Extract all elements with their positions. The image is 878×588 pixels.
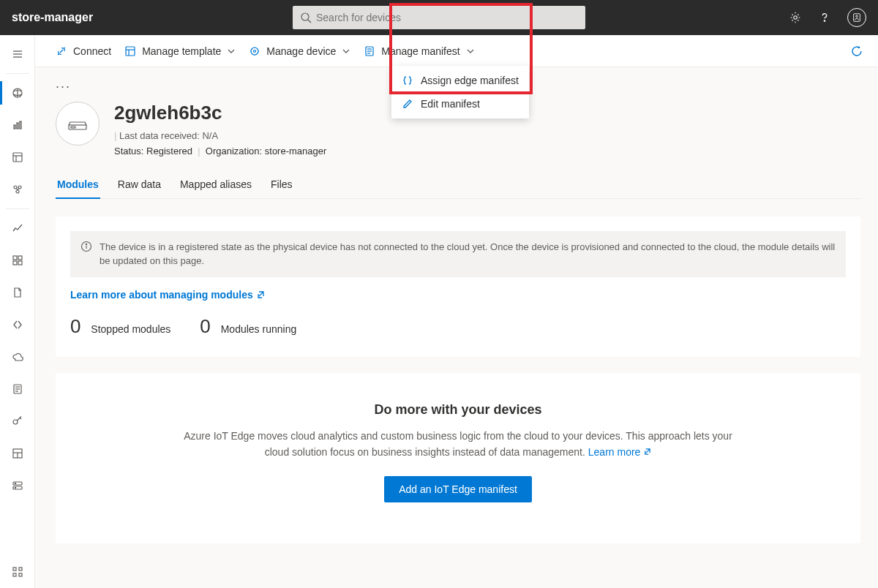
hamburger-icon[interactable] xyxy=(0,38,35,70)
svg-rect-37 xyxy=(13,568,16,570)
svg-point-2 xyxy=(794,16,798,20)
nav-devices-icon[interactable] xyxy=(0,77,35,109)
tab-files[interactable]: Files xyxy=(269,173,294,198)
nav-analytics-icon[interactable] xyxy=(0,109,35,141)
last-data-label: Last data received: xyxy=(119,130,200,141)
user-avatar[interactable] xyxy=(847,8,866,27)
svg-line-1 xyxy=(308,20,311,23)
modules-panel: The device is in a registered state as t… xyxy=(56,216,860,357)
svg-rect-13 xyxy=(13,153,22,162)
refresh-icon xyxy=(850,45,863,58)
svg-point-3 xyxy=(824,20,825,21)
refresh-button[interactable] xyxy=(850,45,863,58)
nav-templates-icon[interactable] xyxy=(0,141,35,173)
nav-rules-icon[interactable] xyxy=(0,212,35,244)
device-name: 2gwleh6b3c xyxy=(114,102,326,124)
settings-icon[interactable] xyxy=(789,11,802,24)
status-label: Status: xyxy=(114,146,143,157)
braces-icon xyxy=(402,75,413,86)
tab-raw-data[interactable]: Raw data xyxy=(116,173,162,198)
learn-more-link[interactable]: Learn more xyxy=(588,446,651,458)
device-avatar-icon xyxy=(56,102,100,146)
svg-rect-22 xyxy=(18,256,22,260)
learn-managing-modules-label: Learn more about managing modules xyxy=(70,289,253,301)
left-nav-rail xyxy=(0,35,35,588)
nav-layout-icon[interactable] xyxy=(0,437,35,470)
connect-button[interactable]: Connect xyxy=(56,45,111,57)
svg-point-29 xyxy=(13,420,18,424)
app-title: store-manager xyxy=(12,11,93,24)
learn-managing-modules-link[interactable]: Learn more about managing modules xyxy=(70,289,265,301)
external-link-icon xyxy=(643,448,651,456)
svg-point-54 xyxy=(86,244,86,244)
edit-manifest-label: Edit manifest xyxy=(421,98,480,110)
connect-icon xyxy=(56,45,67,57)
last-data-value: N/A xyxy=(202,130,218,141)
add-edge-manifest-button[interactable]: Add an IoT Edge manifest xyxy=(384,476,532,502)
svg-rect-34 xyxy=(13,486,22,489)
tab-modules[interactable]: Modules xyxy=(56,173,100,199)
svg-rect-33 xyxy=(13,482,22,485)
manage-template-label: Manage template xyxy=(142,45,221,57)
empty-state-title: Do more with your devices xyxy=(173,402,743,418)
nav-key-icon[interactable] xyxy=(0,405,35,437)
chevron-down-icon xyxy=(227,47,236,56)
nav-storage-icon[interactable] xyxy=(0,470,35,502)
nav-apps-icon[interactable] xyxy=(0,556,35,588)
template-icon xyxy=(124,45,136,57)
svg-line-20 xyxy=(18,188,19,190)
nav-cloud-icon[interactable] xyxy=(0,341,35,373)
help-icon[interactable] xyxy=(818,11,831,24)
svg-rect-12 xyxy=(20,121,21,129)
chevron-down-icon xyxy=(342,47,350,56)
stopped-modules-count: 0 Stopped modules xyxy=(70,315,170,338)
external-link-icon xyxy=(256,290,265,299)
connect-label: Connect xyxy=(73,45,111,57)
empty-state-panel: Do more with your devices Azure IoT Edge… xyxy=(56,373,860,544)
nav-groups-icon[interactable] xyxy=(0,173,35,206)
assign-edge-manifest-item[interactable]: Assign edge manifest xyxy=(391,69,529,92)
org-value: store-manager xyxy=(265,146,327,157)
svg-point-0 xyxy=(301,13,309,20)
edit-manifest-item[interactable]: Edit manifest xyxy=(391,92,529,116)
svg-rect-23 xyxy=(13,261,17,265)
info-banner: The device is in a registered state as t… xyxy=(70,231,846,277)
nav-commands-icon[interactable] xyxy=(0,309,35,341)
assign-edge-manifest-label: Assign edge manifest xyxy=(421,75,519,86)
svg-point-5 xyxy=(856,15,858,18)
search-icon xyxy=(300,12,312,23)
status-value: Registered xyxy=(146,146,192,157)
svg-rect-10 xyxy=(14,125,15,129)
svg-point-44 xyxy=(251,48,258,55)
chevron-down-icon xyxy=(466,47,475,56)
search-input[interactable] xyxy=(293,6,585,29)
pencil-icon xyxy=(402,98,413,110)
manage-manifest-button[interactable]: Manage manifest xyxy=(364,45,474,57)
manage-manifest-label: Manage manifest xyxy=(381,45,459,57)
manage-manifest-dropdown: Assign edge manifest Edit manifest xyxy=(391,66,529,118)
svg-rect-51 xyxy=(71,127,75,128)
manage-device-label: Manage device xyxy=(266,45,336,57)
nav-dashboards-icon[interactable] xyxy=(0,244,35,276)
svg-rect-11 xyxy=(17,123,18,129)
manage-template-button[interactable]: Manage template xyxy=(124,45,236,57)
svg-rect-21 xyxy=(13,256,17,260)
command-bar: Connect Manage template Manage device Ma… xyxy=(35,35,878,67)
nav-jobs-icon[interactable] xyxy=(0,276,35,309)
learn-more-label: Learn more xyxy=(588,446,641,458)
info-icon xyxy=(80,241,92,252)
svg-point-35 xyxy=(15,483,15,483)
svg-point-45 xyxy=(254,50,256,52)
svg-rect-24 xyxy=(18,261,22,265)
tab-mapped-aliases[interactable]: Mapped aliases xyxy=(179,173,253,198)
svg-rect-40 xyxy=(19,573,22,576)
svg-point-36 xyxy=(15,487,15,488)
svg-rect-38 xyxy=(19,568,22,570)
nav-file-icon[interactable] xyxy=(0,373,35,405)
manage-device-button[interactable]: Manage device xyxy=(249,45,350,57)
device-gear-icon xyxy=(249,45,260,57)
org-label: Organization: xyxy=(206,146,262,157)
info-banner-text: The device is in a registered state as t… xyxy=(100,240,836,268)
svg-point-18 xyxy=(16,190,19,193)
manifest-icon xyxy=(364,45,375,57)
